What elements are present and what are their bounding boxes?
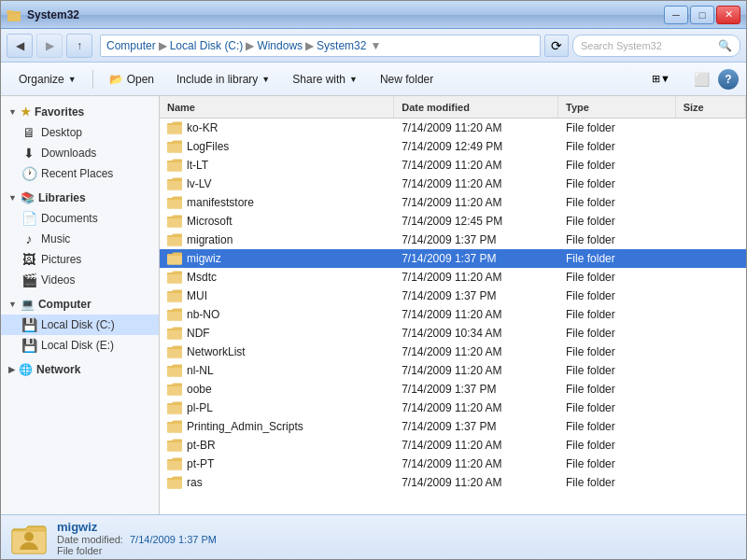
close-button[interactable]: ✕: [716, 6, 740, 24]
search-bar[interactable]: Search System32 🔍: [572, 35, 740, 57]
file-size-cell: [676, 193, 746, 211]
sidebar-item-downloads[interactable]: ⬇ Downloads: [1, 143, 159, 163]
breadcrumb-item-computer[interactable]: Computer: [106, 39, 156, 52]
breadcrumb-item-windows[interactable]: Windows: [257, 39, 303, 52]
view-dropdown-button[interactable]: ⊞▼: [638, 67, 684, 91]
file-date-cell: 7/14/2009 1:37 PM: [394, 287, 558, 304]
forward-button[interactable]: ▶: [36, 34, 63, 58]
open-button[interactable]: 📂 Open: [99, 66, 164, 92]
status-date-value: 7/14/2009 1:37 PM: [130, 534, 217, 545]
table-row[interactable]: NetworkList7/14/2009 11:20 AMFile folder: [160, 343, 746, 361]
table-row[interactable]: manifeststore7/14/2009 11:20 AMFile fold…: [160, 193, 746, 212]
file-name-cell: ko-KR: [160, 119, 394, 136]
include-library-label: Include in library: [176, 73, 258, 86]
minimize-button[interactable]: ─: [664, 6, 688, 24]
preview-pane-button[interactable]: ⬜: [688, 67, 714, 91]
sidebar-computer-header[interactable]: ▼ 💻 Computer: [1, 294, 159, 315]
file-date-cell: 7/14/2009 11:20 AM: [394, 305, 558, 323]
sidebar-item-recent-places[interactable]: 🕐 Recent Places: [1, 163, 159, 184]
col-header-date-modified[interactable]: Date modified: [394, 96, 558, 118]
file-name-text: MUI: [187, 289, 207, 302]
col-header-name[interactable]: Name: [160, 96, 394, 118]
organize-button[interactable]: Organize ▼: [8, 66, 87, 92]
file-type-cell: File folder: [558, 399, 676, 416]
file-name-text: NetworkList: [187, 345, 246, 358]
file-size-cell: [676, 361, 746, 379]
table-row[interactable]: lt-LT7/14/2009 11:20 AMFile folder: [160, 156, 746, 175]
sidebar-network-header[interactable]: ▶ 🌐 Network: [1, 359, 159, 380]
back-button[interactable]: ◀: [7, 34, 33, 58]
sidebar-item-documents[interactable]: 📄 Documents: [1, 208, 159, 229]
table-row[interactable]: lv-LV7/14/2009 11:20 AMFile folder: [160, 175, 746, 193]
up-button[interactable]: ↑: [66, 34, 92, 58]
table-row[interactable]: nl-NL7/14/2009 11:20 AMFile folder: [160, 361, 746, 380]
help-button[interactable]: ?: [718, 69, 739, 90]
share-with-button[interactable]: Share with ▼: [282, 66, 368, 92]
sidebar-item-local-disk-e[interactable]: 💾 Local Disk (E:): [1, 335, 159, 356]
desktop-icon: 🖥: [21, 125, 36, 140]
col-header-type[interactable]: Type: [558, 96, 676, 118]
col-header-size[interactable]: Size: [676, 96, 746, 118]
file-type-cell: File folder: [558, 268, 676, 286]
sidebar-favorites-header[interactable]: ▼ ★ Favorites: [1, 102, 159, 122]
file-name-text: manifeststore: [187, 196, 254, 209]
folder-icon: [167, 233, 182, 246]
network-expand-arrow: ▶: [8, 365, 15, 374]
sidebar-item-pictures[interactable]: 🖼 Pictures: [1, 249, 159, 270]
refresh-button[interactable]: ⟳: [544, 35, 569, 57]
file-date-cell: 7/14/2009 11:20 AM: [394, 361, 558, 379]
table-row[interactable]: pt-BR7/14/2009 11:20 AMFile folder: [160, 436, 746, 455]
table-row[interactable]: Printing_Admin_Scripts7/14/2009 1:37 PMF…: [160, 417, 746, 436]
table-row[interactable]: nb-NO7/14/2009 11:20 AMFile folder: [160, 305, 746, 324]
table-row[interactable]: Microsoft7/14/2009 12:45 PMFile folder: [160, 212, 746, 231]
status-info: migwiz Date modified: 7/14/2009 1:37 PM …: [57, 520, 217, 556]
file-date-cell: 7/14/2009 1:37 PM: [394, 417, 558, 435]
breadcrumb-dropdown-arrow[interactable]: ▼: [370, 39, 381, 52]
sidebar-item-music[interactable]: ♪ Music: [1, 229, 159, 249]
file-name-text: lv-LV: [187, 177, 211, 190]
folder-icon: [167, 401, 182, 414]
table-row[interactable]: pl-PL7/14/2009 11:20 AMFile folder: [160, 399, 746, 417]
sidebar-item-local-disk-c[interactable]: 💾 Local Disk (C:): [1, 315, 159, 335]
search-icon[interactable]: 🔍: [718, 39, 732, 52]
table-row[interactable]: ras7/14/2009 11:20 AMFile folder: [160, 473, 746, 492]
maximize-button[interactable]: □: [690, 6, 714, 24]
file-name-cell: lt-LT: [160, 156, 394, 174]
include-in-library-button[interactable]: Include in library ▼: [166, 66, 280, 92]
file-size-cell: [676, 156, 746, 174]
file-size-cell: [676, 380, 746, 398]
file-size-cell: [676, 231, 746, 248]
table-row[interactable]: migwiz7/14/2009 1:37 PMFile folder: [160, 249, 746, 268]
file-size-cell: [676, 249, 746, 267]
favorites-text: Favorites: [35, 105, 84, 119]
sidebar-item-videos[interactable]: 🎬 Videos: [1, 270, 159, 290]
file-size-cell: [676, 436, 746, 454]
file-name-cell: Printing_Admin_Scripts: [160, 417, 394, 435]
sidebar-item-music-label: Music: [41, 232, 70, 245]
file-date-cell: 7/14/2009 1:37 PM: [394, 249, 558, 267]
table-row[interactable]: Msdtc7/14/2009 11:20 AMFile folder: [160, 268, 746, 287]
table-row[interactable]: ko-KR7/14/2009 11:20 AMFile folder: [160, 119, 746, 137]
search-placeholder: Search System32: [581, 40, 662, 51]
file-size-cell: [676, 473, 746, 491]
sidebar-libraries-header[interactable]: ▼ 📚 Libraries: [1, 188, 159, 208]
file-name-cell: pt-PT: [160, 455, 394, 472]
table-row[interactable]: LogFiles7/14/2009 12:49 PMFile folder: [160, 137, 746, 156]
file-date-cell: 7/14/2009 12:45 PM: [394, 212, 558, 230]
breadcrumb[interactable]: Computer ▶ Local Disk (C:) ▶ Windows ▶ S…: [100, 35, 541, 57]
file-name-cell: nl-NL: [160, 361, 394, 379]
title-bar: System32 ─ □ ✕: [1, 1, 746, 29]
breadcrumb-item-localdisk[interactable]: Local Disk (C:): [170, 39, 244, 52]
file-type-cell: File folder: [558, 212, 676, 230]
table-row[interactable]: pt-PT7/14/2009 11:20 AMFile folder: [160, 455, 746, 473]
new-folder-button[interactable]: New folder: [370, 66, 444, 92]
file-type-cell: File folder: [558, 417, 676, 435]
table-row[interactable]: NDF7/14/2009 10:34 AMFile folder: [160, 324, 746, 343]
sidebar-item-desktop[interactable]: 🖥 Desktop: [1, 122, 159, 143]
breadcrumb-item-system32[interactable]: System32: [317, 39, 366, 52]
table-row[interactable]: migration7/14/2009 1:37 PMFile folder: [160, 231, 746, 249]
table-row[interactable]: MUI7/14/2009 1:37 PMFile folder: [160, 287, 746, 305]
file-date-cell: 7/14/2009 1:37 PM: [394, 231, 558, 248]
file-name-text: ras: [187, 476, 203, 489]
table-row[interactable]: oobe7/14/2009 1:37 PMFile folder: [160, 380, 746, 399]
